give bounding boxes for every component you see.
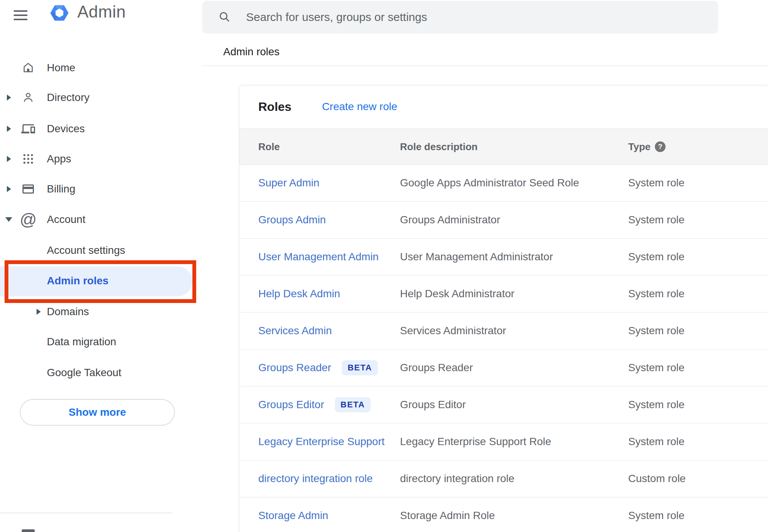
role-cell: User Management Admin <box>258 239 379 275</box>
role-cell: Help Desk Admin <box>258 276 340 312</box>
role-link[interactable]: Help Desk Admin <box>258 288 340 300</box>
role-type-cell: System role <box>628 202 685 238</box>
role-link[interactable]: Groups Admin <box>258 214 326 226</box>
column-header-description: Role description <box>400 128 478 165</box>
sidebar-item-label: Home <box>47 62 75 74</box>
role-description-cell: Storage Admin Role <box>400 497 495 532</box>
apps-icon <box>21 152 35 166</box>
table-row: directory integration roledirectory inte… <box>239 460 768 497</box>
role-description-cell: Google Apps Administrator Seed Role <box>400 165 579 201</box>
table-row: Services AdminServices AdministratorSyst… <box>239 312 768 349</box>
admin-logo-icon <box>48 2 70 24</box>
role-link[interactable]: Super Admin <box>258 177 319 189</box>
role-type-cell: System role <box>628 312 685 349</box>
role-type-cell: System role <box>628 349 685 386</box>
annotation-highlight-box <box>5 260 196 303</box>
role-type-cell: System role <box>628 497 685 532</box>
role-description-cell: Legacy Enterprise Support Role <box>400 423 551 460</box>
role-link[interactable]: directory integration role <box>258 473 373 485</box>
role-cell: Storage Admin <box>258 497 328 532</box>
sidebar-item-label: Domains <box>47 306 89 318</box>
role-link[interactable]: Storage Admin <box>258 510 328 522</box>
sidebar-item-label: Apps <box>47 153 71 165</box>
role-cell: Services Admin <box>258 312 332 349</box>
table-row: Legacy Enterprise SupportLegacy Enterpri… <box>239 423 768 460</box>
chevron-down-icon[interactable] <box>5 217 12 222</box>
roles-card: Roles Create new role Role Role descript… <box>239 85 768 532</box>
sidebar-item-label: Account <box>47 213 85 226</box>
sidebar-item-account[interactable]: @Account <box>0 204 175 235</box>
sidebar-item-apps[interactable]: Apps <box>0 144 175 174</box>
role-cell: Super Admin <box>258 165 319 201</box>
role-cell: Groups Admin <box>258 202 326 238</box>
role-link[interactable]: Legacy Enterprise Support <box>258 436 385 448</box>
role-description-cell: Groups Administrator <box>400 202 500 238</box>
search-icon[interactable] <box>218 10 231 23</box>
show-more-label: Show more <box>69 406 126 418</box>
app-title: Admin <box>77 2 126 21</box>
sidebar-item-label: Devices <box>47 123 85 135</box>
search-placeholder: Search for users, groups or settings <box>246 0 427 34</box>
chevron-right-icon[interactable] <box>37 309 41 315</box>
role-type-cell: System role <box>628 165 685 201</box>
sidebar-item-label: Google Takeout <box>47 367 122 379</box>
role-description-cell: directory integration role <box>400 460 514 497</box>
sidebar-item-data-migration[interactable]: Data migration <box>0 327 175 357</box>
devices-icon <box>21 122 35 136</box>
chevron-right-icon[interactable] <box>7 156 11 162</box>
role-type-cell: System role <box>628 239 685 275</box>
create-new-role-link[interactable]: Create new role <box>322 101 397 113</box>
partial-sidebar-icon <box>22 529 35 532</box>
sidebar-divider <box>0 513 172 513</box>
table-row: Groups AdminGroups AdministratorSystem r… <box>239 202 768 239</box>
table-row: Help Desk AdminHelp Desk AdministratorSy… <box>239 276 768 312</box>
sidebar-item-devices[interactable]: Devices <box>0 114 175 144</box>
sidebar-item-label: Account settings <box>47 244 125 256</box>
sidebar-item-google-takeout[interactable]: Google Takeout <box>0 357 175 388</box>
card-icon <box>21 182 35 196</box>
breadcrumb: Admin roles <box>223 46 280 58</box>
roles-card-header: Roles Create new role <box>239 85 768 128</box>
role-type-cell: System role <box>628 276 685 312</box>
sidebar-item-label: Directory <box>47 91 90 104</box>
at-icon: @ <box>21 213 35 226</box>
role-cell: directory integration role <box>258 460 373 497</box>
beta-badge: BETA <box>342 360 378 375</box>
table-row: User Management AdminUser Management Adm… <box>239 239 768 276</box>
role-link[interactable]: User Management Admin <box>258 251 379 263</box>
role-link[interactable]: Services Admin <box>258 325 332 337</box>
sidebar-item-label: Billing <box>47 183 75 195</box>
role-description-cell: User Management Administrator <box>400 239 553 275</box>
table-row: Groups EditorBETAGroups EditorSystem rol… <box>239 386 768 423</box>
sidebar-item-home[interactable]: Home <box>0 53 175 83</box>
role-type-cell: Custom role <box>628 460 686 497</box>
home-icon <box>21 61 35 75</box>
header-divider <box>202 66 768 66</box>
card-title: Roles <box>258 100 291 114</box>
show-more-button[interactable]: Show more <box>20 399 175 426</box>
role-cell: Groups ReaderBETA <box>258 349 378 386</box>
role-type-cell: System role <box>628 423 685 460</box>
role-link[interactable]: Groups Editor <box>258 399 324 411</box>
role-description-cell: Groups Reader <box>400 349 473 386</box>
role-type-cell: System role <box>628 386 685 423</box>
sidebar-item-billing[interactable]: Billing <box>0 174 175 204</box>
chevron-right-icon[interactable] <box>7 95 11 101</box>
column-header-role: Role <box>258 128 280 165</box>
chevron-right-icon[interactable] <box>7 186 11 192</box>
beta-badge: BETA <box>335 397 371 412</box>
table-row: Storage AdminStorage Admin RoleSystem ro… <box>239 497 768 532</box>
column-header-type: Type <box>628 128 651 165</box>
help-icon[interactable]: ? <box>655 141 666 152</box>
role-cell: Legacy Enterprise Support <box>258 423 385 460</box>
menu-icon[interactable] <box>14 10 27 22</box>
role-description-cell: Services Administrator <box>400 312 506 349</box>
chevron-right-icon[interactable] <box>7 126 11 132</box>
sidebar-item-directory[interactable]: Directory <box>0 82 175 113</box>
person-icon <box>21 91 35 104</box>
role-description-cell: Help Desk Administrator <box>400 276 514 312</box>
table-row: Groups ReaderBETAGroups ReaderSystem rol… <box>239 349 768 386</box>
role-link[interactable]: Groups Reader <box>258 362 331 374</box>
role-description-cell: Groups Editor <box>400 386 466 423</box>
roles-table-body: Super AdminGoogle Apps Administrator See… <box>239 165 768 532</box>
